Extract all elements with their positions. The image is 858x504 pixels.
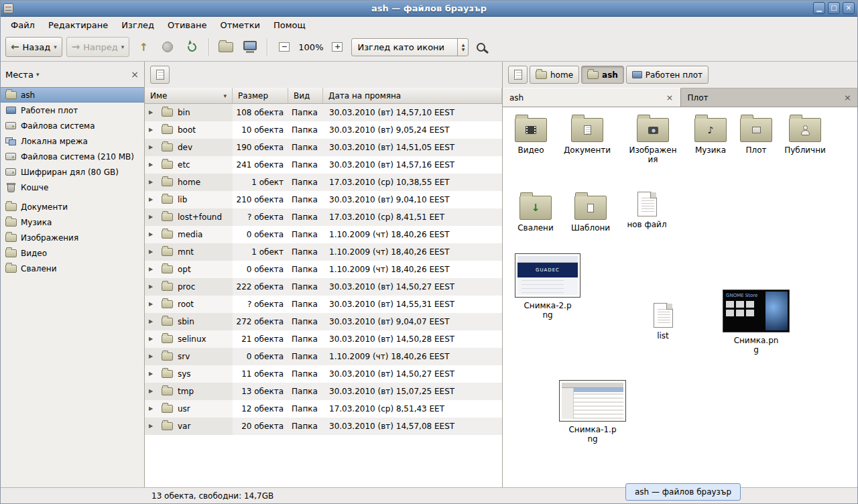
menu-file[interactable]: Файл bbox=[4, 18, 42, 32]
expander-icon[interactable]: ▶ bbox=[149, 330, 157, 348]
reload-button[interactable] bbox=[182, 37, 202, 57]
icon-grid[interactable]: Видео Документи Изображения ♪ Музика Пло… bbox=[503, 107, 858, 487]
view-mode-select[interactable]: Изглед като икони ▲ ▼ bbox=[351, 38, 469, 56]
sidebar-item-desktop[interactable]: Работен плот bbox=[0, 103, 144, 118]
tab-ash[interactable]: ash × bbox=[503, 88, 681, 107]
table-row-tmp[interactable]: ▶tmp 13 обекта Папка 30.03.2010 (вт) 15,… bbox=[145, 383, 502, 400]
menu-go[interactable]: Отиване bbox=[161, 18, 213, 32]
computer-button[interactable] bbox=[240, 37, 260, 57]
icon-item-videos[interactable]: Видео bbox=[504, 114, 558, 155]
icon-item-desktop-folder[interactable]: Плот bbox=[729, 114, 783, 155]
up-button[interactable]: ↑ bbox=[133, 37, 154, 57]
tab-close-icon[interactable]: × bbox=[666, 92, 674, 103]
table-row-lib[interactable]: ▶lib 210 обекта Папка 30.03.2010 (вт) 9,… bbox=[145, 191, 502, 208]
forward-history-chevron-icon[interactable]: ▾ bbox=[121, 44, 125, 50]
view-mode-spinner-icon[interactable]: ▲ ▼ bbox=[457, 39, 468, 56]
back-button[interactable]: ← Назад ▾ bbox=[5, 37, 62, 57]
expander-icon[interactable]: ▶ bbox=[149, 243, 157, 261]
icon-item-snimka-1[interactable]: Снимка-1.png bbox=[558, 380, 627, 444]
table-row-usr[interactable]: ▶usr 12 обекта Папка 17.03.2010 (ср) 8,5… bbox=[145, 400, 502, 418]
forward-button[interactable]: → Напред ▾ bbox=[66, 37, 130, 57]
column-header-type[interactable]: Вид bbox=[288, 88, 323, 103]
sidebar-item-trash[interactable]: Кошче bbox=[0, 180, 144, 195]
path-button-ash[interactable]: ash bbox=[581, 66, 624, 84]
minimize-button[interactable]: ▁ bbox=[813, 2, 825, 14]
expander-icon[interactable]: ▶ bbox=[149, 365, 157, 383]
table-row-home[interactable]: ▶home 1 обект Папка 17.03.2010 (ср) 10,3… bbox=[145, 174, 502, 191]
table-row-proc[interactable]: ▶proc 222 обекта Папка 30.03.2010 (вт) 1… bbox=[145, 278, 502, 296]
icon-item-pictures[interactable]: Изображения bbox=[626, 114, 680, 164]
home-button[interactable] bbox=[216, 37, 236, 57]
sidebar-chevron-icon[interactable]: ▾ bbox=[36, 71, 40, 78]
tab-plot[interactable]: Плот × bbox=[681, 88, 858, 107]
sidebar-item-filesystem[interactable]: Файлова система bbox=[0, 118, 144, 133]
column-header-size[interactable]: Размер bbox=[233, 88, 288, 103]
table-row-selinux[interactable]: ▶selinux 21 обекта Папка 30.03.2010 (вт)… bbox=[145, 330, 502, 348]
expander-icon[interactable]: ▶ bbox=[149, 261, 157, 278]
expander-icon[interactable]: ▶ bbox=[149, 139, 157, 156]
close-button[interactable]: × bbox=[843, 2, 855, 14]
path-scroll-root-button[interactable] bbox=[508, 66, 528, 84]
table-row-lost-found[interactable]: ▶lost+found ? обекта Папка 17.03.2010 (с… bbox=[145, 208, 502, 226]
path-button-root[interactable] bbox=[150, 66, 170, 84]
table-row-dev[interactable]: ▶dev 190 обекта Папка 30.03.2010 (вт) 14… bbox=[145, 139, 502, 156]
expander-icon[interactable]: ▶ bbox=[149, 191, 157, 208]
sidebar-item-downloads[interactable]: Свалени bbox=[0, 261, 144, 276]
maximize-button[interactable]: □ bbox=[828, 2, 840, 14]
expander-icon[interactable]: ▶ bbox=[149, 400, 157, 418]
zoom-out-button[interactable]: − bbox=[274, 37, 294, 57]
expander-icon[interactable]: ▶ bbox=[149, 104, 157, 121]
expander-icon[interactable]: ▶ bbox=[149, 156, 157, 174]
sidebar-item-pictures[interactable]: Изображения bbox=[0, 230, 144, 245]
menu-bookmarks[interactable]: Отметки bbox=[213, 18, 266, 32]
back-history-chevron-icon[interactable]: ▾ bbox=[54, 44, 57, 50]
expander-icon[interactable]: ▶ bbox=[149, 418, 157, 435]
expander-icon[interactable]: ▶ bbox=[149, 174, 157, 191]
icon-item-templates[interactable]: Шаблони bbox=[564, 192, 617, 233]
sidebar-item-ash[interactable]: ash bbox=[0, 87, 144, 103]
expander-icon[interactable]: ▶ bbox=[149, 208, 157, 226]
table-row-sbin[interactable]: ▶sbin 272 обекта Папка 30.03.2010 (вт) 9… bbox=[145, 313, 502, 330]
sidebar-item-videos[interactable]: Видео bbox=[0, 245, 144, 261]
expander-icon[interactable]: ▶ bbox=[149, 226, 157, 243]
table-row-media[interactable]: ▶media 0 обекта Папка 1.10.2009 (чт) 18,… bbox=[145, 226, 502, 243]
expander-icon[interactable]: ▶ bbox=[149, 296, 157, 313]
table-row-mnt[interactable]: ▶mnt 1 обект Папка 1.10.2009 (чт) 18,40,… bbox=[145, 243, 502, 261]
sidebar-title[interactable]: Места bbox=[5, 70, 34, 80]
table-row-sys[interactable]: ▶sys 11 обекта Папка 30.03.2010 (вт) 14,… bbox=[145, 365, 502, 383]
icon-item-snimka-2[interactable]: GUADEC Снимка-2.png bbox=[513, 253, 583, 320]
sidebar-close-icon[interactable]: × bbox=[131, 69, 139, 80]
icon-item-list-file[interactable]: list bbox=[636, 300, 690, 340]
table-row-boot[interactable]: ▶boot 10 обекта Папка 30.03.2010 (вт) 9,… bbox=[145, 121, 502, 139]
sidebar-item-network[interactable]: Локална мрежа bbox=[0, 133, 144, 149]
menu-view[interactable]: Изглед bbox=[115, 18, 161, 32]
table-row-root[interactable]: ▶root ? обекта Папка 30.03.2010 (вт) 14,… bbox=[145, 296, 502, 313]
sidebar-item-documents[interactable]: Документи bbox=[0, 199, 144, 214]
column-header-name[interactable]: Име ▾ bbox=[145, 88, 233, 103]
expander-icon[interactable]: ▶ bbox=[149, 383, 157, 400]
icon-item-public[interactable]: Публични bbox=[778, 114, 832, 155]
search-button[interactable] bbox=[473, 37, 493, 57]
sidebar-item-filesystem-210mb[interactable]: Файлова система (210 MB) bbox=[0, 149, 144, 164]
icon-item-snimka[interactable]: GNOME Store Снимка.png bbox=[721, 290, 791, 355]
stop-button[interactable] bbox=[158, 37, 178, 57]
zoom-in-button[interactable]: + bbox=[327, 37, 347, 57]
menu-help[interactable]: Помощ bbox=[267, 18, 312, 32]
tab-close-icon[interactable]: × bbox=[844, 92, 851, 103]
expander-icon[interactable]: ▶ bbox=[149, 348, 157, 365]
column-header-modified[interactable]: Дата на промяна bbox=[323, 88, 502, 103]
sidebar-item-music[interactable]: Музика bbox=[0, 214, 144, 230]
table-row-var[interactable]: ▶var 20 обекта Папка 30.03.2010 (вт) 14,… bbox=[145, 418, 502, 435]
sidebar-item-encrypted-80gb[interactable]: Шифриран дял (80 GB) bbox=[0, 164, 144, 180]
path-button-home[interactable]: home bbox=[530, 66, 579, 84]
menu-edit[interactable]: Редактиране bbox=[42, 18, 115, 32]
table-row-etc[interactable]: ▶etc 241 обекта Папка 30.03.2010 (вт) 14… bbox=[145, 156, 502, 174]
table-row-srv[interactable]: ▶srv 0 обекта Папка 1.10.2009 (чт) 18,40… bbox=[145, 348, 502, 365]
expander-icon[interactable]: ▶ bbox=[149, 278, 157, 296]
expander-icon[interactable]: ▶ bbox=[149, 121, 157, 139]
expander-icon[interactable]: ▶ bbox=[149, 313, 157, 330]
table-row-bin[interactable]: ▶bin 108 обекта Папка 30.03.2010 (вт) 14… bbox=[145, 104, 502, 121]
icon-item-new-file[interactable]: нов файл bbox=[620, 189, 674, 229]
icon-item-documents[interactable]: Документи bbox=[560, 114, 614, 155]
icon-item-downloads[interactable]: ↓ Свалени bbox=[509, 192, 562, 233]
